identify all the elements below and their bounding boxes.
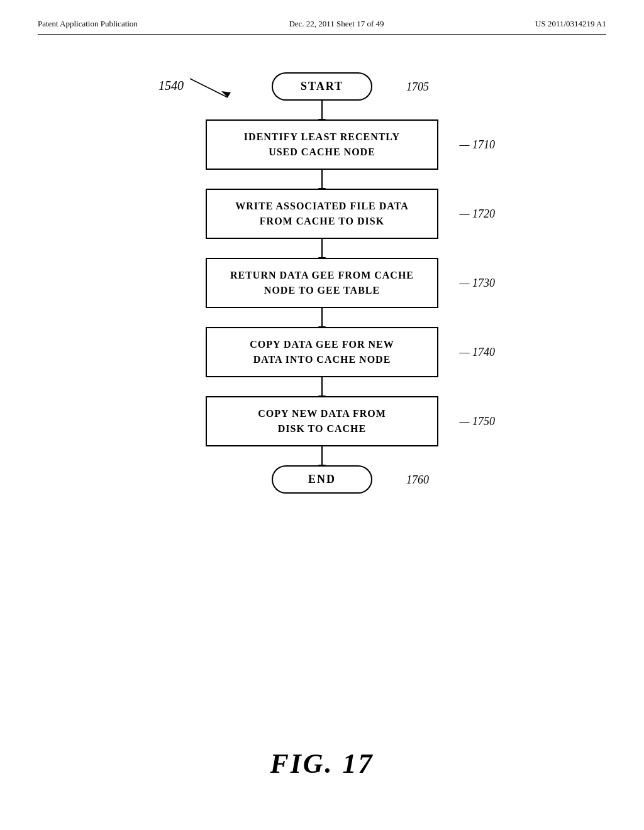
end-node-row: END 1760 bbox=[272, 465, 372, 494]
step-1710-box: IDENTIFY LEAST RECENTLY USED CACHE NODE bbox=[206, 119, 438, 170]
step-1750-text: COPY NEW DATA FROM DISK TO CACHE bbox=[258, 408, 386, 434]
step-1710-text: IDENTIFY LEAST RECENTLY USED CACHE NODE bbox=[244, 131, 400, 157]
arrow-1540-svg bbox=[171, 72, 247, 110]
step-1710-row: IDENTIFY LEAST RECENTLY USED CACHE NODE … bbox=[206, 119, 438, 170]
arrow-4 bbox=[321, 308, 323, 327]
ref-1720: 1720 bbox=[459, 208, 495, 221]
step-1730-text: RETURN DATA GEE FROM CACHE NODE TO GEE T… bbox=[230, 270, 414, 296]
step-1730-box: RETURN DATA GEE FROM CACHE NODE TO GEE T… bbox=[206, 258, 438, 308]
step-1730-row: RETURN DATA GEE FROM CACHE NODE TO GEE T… bbox=[206, 258, 438, 308]
ref-1760: 1760 bbox=[406, 473, 429, 486]
fig-label: FIG. 17 bbox=[270, 748, 374, 780]
ref-1750: 1750 bbox=[459, 415, 495, 428]
step-1720-text: WRITE ASSOCIATED FILE DATA FROM CACHE TO… bbox=[235, 201, 408, 226]
ref-1710: 1710 bbox=[459, 138, 495, 152]
header-right: US 2011/0314219 A1 bbox=[535, 19, 606, 29]
ref-1740: 1740 bbox=[459, 346, 495, 359]
step-1740-row: COPY DATA GEE FOR NEW DATA INTO CACHE NO… bbox=[206, 327, 438, 377]
step-1720-row: WRITE ASSOCIATED FILE DATA FROM CACHE TO… bbox=[206, 189, 438, 239]
end-oval: END bbox=[272, 465, 372, 494]
step-1750-box: COPY NEW DATA FROM DISK TO CACHE bbox=[206, 396, 438, 446]
arrow-2 bbox=[321, 170, 323, 189]
arrow-1 bbox=[321, 101, 323, 119]
start-node-row: START 1705 bbox=[272, 72, 372, 101]
end-label: END bbox=[308, 473, 336, 485]
ref-1730: 1730 bbox=[459, 277, 495, 290]
step-1740-box: COPY DATA GEE FOR NEW DATA INTO CACHE NO… bbox=[206, 327, 438, 377]
svg-line-0 bbox=[190, 79, 228, 97]
arrow-3 bbox=[321, 239, 323, 258]
start-label: START bbox=[301, 80, 343, 92]
header-center: Dec. 22, 2011 Sheet 17 of 49 bbox=[289, 19, 384, 29]
flowchart-column: START 1705 IDENTIFY LEAST RECENTLY USED … bbox=[133, 60, 511, 494]
start-oval: START bbox=[272, 72, 372, 101]
step-1720-box: WRITE ASSOCIATED FILE DATA FROM CACHE TO… bbox=[206, 189, 438, 239]
arrow-5 bbox=[321, 377, 323, 396]
page: Patent Application Publication Dec. 22, … bbox=[0, 0, 644, 830]
step-1750-row: COPY NEW DATA FROM DISK TO CACHE 1750 bbox=[206, 396, 438, 446]
header-left: Patent Application Publication bbox=[38, 19, 138, 29]
flowchart-container: 1540 START 1705 IDENTIFY LEAST RECENTLY … bbox=[133, 60, 511, 494]
header: Patent Application Publication Dec. 22, … bbox=[38, 19, 606, 35]
arrow-6 bbox=[321, 446, 323, 465]
step-1740-text: COPY DATA GEE FOR NEW DATA INTO CACHE NO… bbox=[250, 339, 394, 365]
ref-1705: 1705 bbox=[406, 80, 429, 93]
